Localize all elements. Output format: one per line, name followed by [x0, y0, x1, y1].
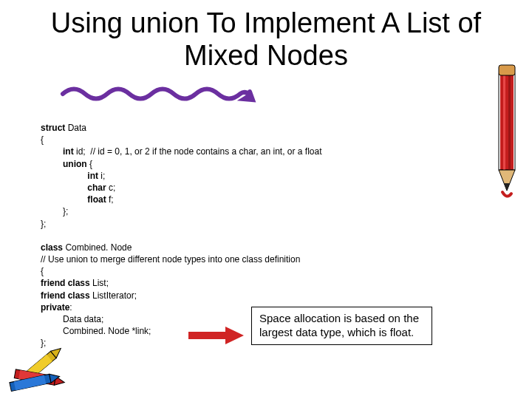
pencil-icon	[488, 59, 525, 200]
kw-union: union	[41, 159, 89, 169]
code-text: List;	[92, 278, 109, 288]
note-box: Space allocation is based on the largest…	[251, 307, 432, 345]
kw-int: int	[41, 171, 100, 181]
code-text: :	[69, 302, 72, 313]
crayons-icon	[4, 336, 74, 395]
code-text: id; // id = 0, 1, or 2 if the node conta…	[76, 146, 322, 157]
svg-marker-8	[504, 183, 510, 191]
kw-int: int	[41, 146, 76, 157]
code-text: {	[41, 266, 44, 276]
kw-friend: friend class	[41, 278, 92, 288]
kw-char: char	[41, 183, 109, 193]
svg-rect-4	[503, 74, 505, 170]
code-text: };	[41, 219, 46, 229]
svg-rect-0	[188, 332, 225, 339]
code-text: {	[41, 134, 44, 145]
code-text: Data data;	[41, 314, 103, 324]
code-text: ListIterator;	[92, 290, 137, 301]
code-text: Data	[68, 123, 86, 133]
code-text: f;	[109, 194, 114, 205]
svg-marker-1	[225, 327, 244, 344]
squiggle-underline	[59, 83, 259, 105]
svg-rect-2	[500, 74, 514, 170]
slide-title: Using union To Implement A List of Mixed…	[0, 0, 532, 72]
kw-struct: struct	[41, 123, 68, 133]
code-text: Combined. Node *link;	[41, 326, 151, 336]
svg-rect-6	[499, 65, 515, 75]
kw-private: private	[41, 302, 69, 313]
code-text: Combined. Node	[65, 242, 132, 253]
code-text: // Use union to merge different node typ…	[41, 254, 300, 265]
code-text: };	[41, 206, 68, 216]
code-text: i;	[100, 171, 105, 181]
svg-rect-5	[508, 74, 511, 170]
arrow-icon	[188, 327, 244, 344]
code-text: c;	[109, 183, 115, 193]
kw-float: float	[41, 194, 109, 205]
kw-friend: friend class	[41, 290, 92, 301]
kw-class: class	[41, 242, 65, 253]
code-text: {	[89, 159, 92, 169]
